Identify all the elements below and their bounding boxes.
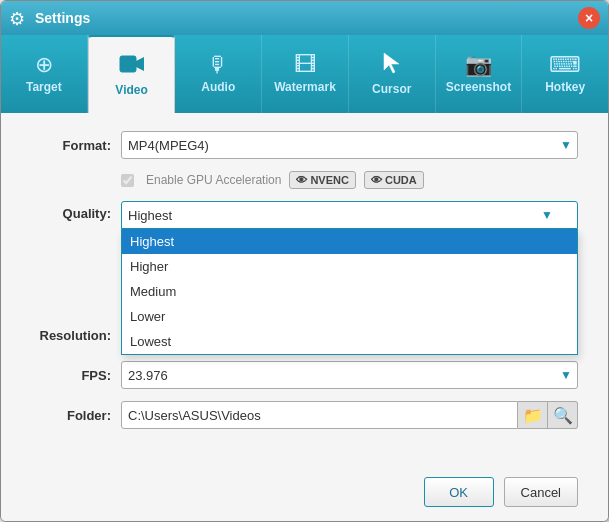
- hotkey-icon: ⌨: [549, 54, 581, 76]
- tab-watermark[interactable]: 🎞 Watermark: [262, 35, 349, 113]
- tab-cursor-label: Cursor: [372, 82, 411, 96]
- settings-window: ⚙ Settings × ⊕ Target Video 🎙 Audio 🎞 Wa…: [0, 0, 609, 522]
- ok-button[interactable]: OK: [424, 477, 494, 507]
- quality-trigger[interactable]: Highest ▼: [121, 201, 578, 229]
- tab-audio-label: Audio: [201, 80, 235, 94]
- folder-input-wrap: 📁 🔍: [121, 401, 578, 429]
- nvenc-icon: 👁: [296, 174, 307, 186]
- screenshot-icon: 📷: [465, 54, 492, 76]
- gpu-checkbox[interactable]: [121, 174, 134, 187]
- format-control: MP4(MPEG4) ▼: [121, 131, 578, 159]
- folder-control: 📁 🔍: [121, 401, 578, 429]
- fps-select-wrapper: 23.976 ▼: [121, 361, 578, 389]
- fps-select[interactable]: 23.976: [121, 361, 578, 389]
- folder-input[interactable]: [121, 401, 518, 429]
- quality-option-highest[interactable]: Highest: [122, 229, 577, 254]
- window-title: Settings: [35, 10, 578, 26]
- quality-option-lower[interactable]: Lower: [122, 304, 577, 329]
- tab-video[interactable]: Video: [88, 35, 176, 113]
- quality-option-lowest[interactable]: Lowest: [122, 329, 577, 354]
- svg-marker-2: [384, 53, 399, 73]
- bottom-bar: OK Cancel: [1, 467, 608, 521]
- nvenc-badge: 👁 NVENC: [289, 171, 356, 189]
- format-select-wrapper: MP4(MPEG4) ▼: [121, 131, 578, 159]
- svg-rect-0: [120, 56, 136, 72]
- quality-label: Quality:: [31, 206, 111, 221]
- title-bar: ⚙ Settings ×: [1, 1, 608, 35]
- resolution-label: Resolution:: [31, 328, 111, 343]
- tab-hotkey-label: Hotkey: [545, 80, 585, 94]
- quality-option-medium[interactable]: Medium: [122, 279, 577, 304]
- audio-icon: 🎙: [207, 54, 229, 76]
- tab-hotkey[interactable]: ⌨ Hotkey: [522, 35, 608, 113]
- cuda-badge: 👁 CUDA: [364, 171, 424, 189]
- target-icon: ⊕: [35, 54, 53, 76]
- tab-cursor[interactable]: Cursor: [349, 35, 436, 113]
- gpu-label: Enable GPU Acceleration: [146, 173, 281, 187]
- nvenc-label: NVENC: [310, 174, 349, 186]
- quality-option-higher[interactable]: Higher: [122, 254, 577, 279]
- quality-dropdown: Highest ▼ Highest Higher Medium Lower Lo…: [121, 201, 578, 229]
- cancel-button[interactable]: Cancel: [504, 477, 578, 507]
- fps-label: FPS:: [31, 368, 111, 383]
- watermark-icon: 🎞: [294, 54, 316, 76]
- tab-target-label: Target: [26, 80, 62, 94]
- tab-screenshot[interactable]: 📷 Screenshot: [436, 35, 523, 113]
- tab-video-label: Video: [115, 83, 147, 97]
- nav-tabs: ⊕ Target Video 🎙 Audio 🎞 Watermark: [1, 35, 608, 113]
- cuda-label: CUDA: [385, 174, 417, 186]
- close-button[interactable]: ×: [578, 7, 600, 29]
- svg-marker-1: [136, 57, 144, 71]
- quality-row: Quality: Highest ▼ Highest Higher Medium…: [31, 201, 578, 229]
- quality-dropdown-list: Highest Higher Medium Lower Lowest: [121, 229, 578, 355]
- folder-browse-button[interactable]: 📁: [518, 401, 548, 429]
- quality-selected-value: Highest: [128, 208, 541, 223]
- tab-audio[interactable]: 🎙 Audio: [175, 35, 262, 113]
- content-area: Format: MP4(MPEG4) ▼ Enable GPU Accelera…: [1, 113, 608, 467]
- video-icon: [119, 53, 145, 79]
- cursor-icon: [381, 52, 403, 78]
- fps-row: FPS: 23.976 ▼: [31, 361, 578, 389]
- folder-row: Folder: 📁 🔍: [31, 401, 578, 429]
- tab-screenshot-label: Screenshot: [446, 80, 511, 94]
- format-select[interactable]: MP4(MPEG4): [121, 131, 578, 159]
- tab-watermark-label: Watermark: [274, 80, 336, 94]
- folder-label: Folder:: [31, 408, 111, 423]
- settings-icon: ⚙: [9, 8, 29, 28]
- fps-control: 23.976 ▼: [121, 361, 578, 389]
- format-label: Format:: [31, 138, 111, 153]
- tab-target[interactable]: ⊕ Target: [1, 35, 88, 113]
- quality-arrow-icon: ▼: [541, 208, 553, 222]
- format-row: Format: MP4(MPEG4) ▼: [31, 131, 578, 159]
- gpu-row: Enable GPU Acceleration 👁 NVENC 👁 CUDA: [121, 171, 578, 189]
- quality-control: Highest ▼ Highest Higher Medium Lower Lo…: [121, 201, 578, 229]
- folder-search-button[interactable]: 🔍: [548, 401, 578, 429]
- cuda-icon: 👁: [371, 174, 382, 186]
